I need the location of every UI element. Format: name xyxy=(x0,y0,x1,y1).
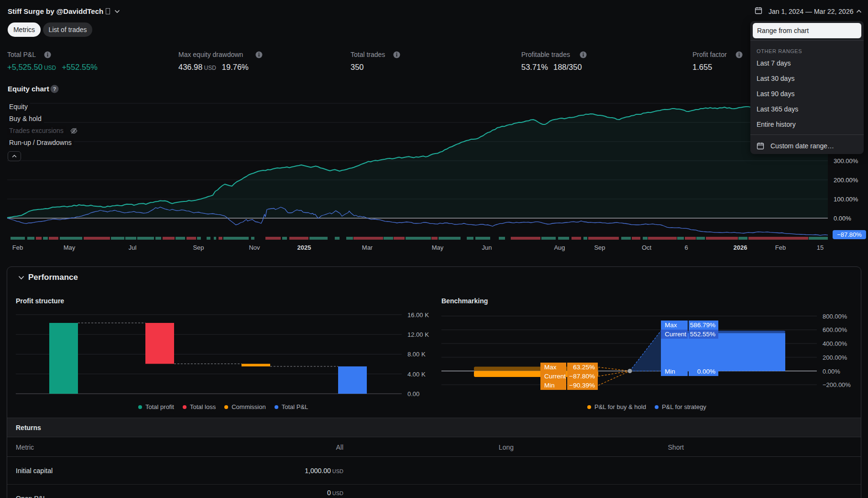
svg-text:?: ? xyxy=(53,86,56,92)
svg-text:−87.80%: −87.80% xyxy=(837,231,862,238)
svg-text:Max: Max xyxy=(544,364,557,371)
svg-text:6: 6 xyxy=(684,244,688,251)
svg-text:586.79%: 586.79% xyxy=(690,321,715,329)
svg-text:Mar: Mar xyxy=(362,244,373,251)
svg-text:2025: 2025 xyxy=(297,244,311,251)
svg-text:−87.80%: −87.80% xyxy=(569,373,595,380)
svg-text:200.00%: 200.00% xyxy=(834,177,858,184)
svg-text:Current: Current xyxy=(544,373,566,380)
svg-text:−200.00%: −200.00% xyxy=(823,381,851,388)
svg-text:300.00%: 300.00% xyxy=(834,157,858,165)
svg-text:0.00%: 0.00% xyxy=(697,368,715,375)
svg-text:May: May xyxy=(64,244,76,251)
svg-text:Sep: Sep xyxy=(594,244,605,251)
svg-text:0.00%: 0.00% xyxy=(823,368,840,375)
svg-text:400.00%: 400.00% xyxy=(823,340,847,347)
svg-text:Feb: Feb xyxy=(775,244,786,251)
svg-text:Aug: Aug xyxy=(554,244,565,251)
svg-text:63.25%: 63.25% xyxy=(573,364,595,371)
svg-text:600.00%: 600.00% xyxy=(823,326,847,333)
svg-text:Jul: Jul xyxy=(129,244,137,251)
svg-text:Sep: Sep xyxy=(193,244,204,251)
svg-text:2026: 2026 xyxy=(734,244,747,251)
svg-text:Nov: Nov xyxy=(249,244,260,251)
svg-text:Current: Current xyxy=(665,331,686,338)
svg-text:552.55%: 552.55% xyxy=(690,331,715,338)
svg-text:100.00%: 100.00% xyxy=(834,196,858,203)
svg-text:800.00%: 800.00% xyxy=(823,313,847,320)
svg-text:May: May xyxy=(432,244,444,251)
svg-text:−90.39%: −90.39% xyxy=(569,382,595,389)
svg-text:Min: Min xyxy=(544,382,555,389)
svg-text:0.00%: 0.00% xyxy=(834,215,851,222)
svg-text:Min: Min xyxy=(665,368,675,375)
svg-text:Oct: Oct xyxy=(642,244,652,251)
svg-text:15: 15 xyxy=(817,244,824,251)
svg-text:Feb: Feb xyxy=(12,244,23,251)
svg-text:Jun: Jun xyxy=(482,244,492,251)
svg-text:200.00%: 200.00% xyxy=(823,354,847,361)
svg-text:Max: Max xyxy=(665,321,677,329)
